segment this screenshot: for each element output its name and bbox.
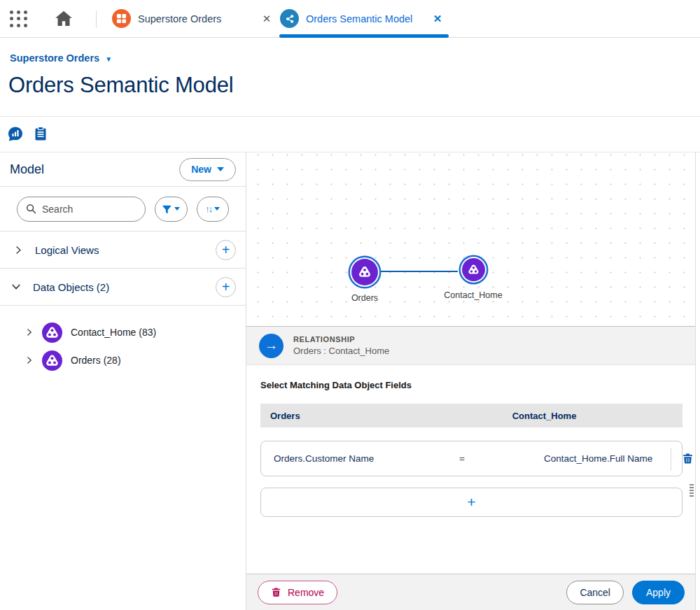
section-logical-views[interactable]: Logical Views + [0, 232, 246, 269]
filter-icon [162, 204, 172, 214]
delete-row-icon[interactable] [678, 451, 696, 469]
add-field-pair-button[interactable]: + [260, 488, 682, 517]
column-header-contact-home: Contact_Home [512, 411, 577, 421]
data-object-icon [462, 258, 485, 281]
close-tab-icon[interactable]: ✕ [427, 0, 448, 37]
trash-icon [271, 587, 281, 597]
divider [0, 116, 700, 117]
chevron-right-icon [25, 328, 34, 336]
app-window: Superstore Orders ✕ Orders Semantic Mode… [0, 0, 700, 610]
chevron-down-icon [214, 207, 220, 211]
semantic-model-icon [280, 9, 299, 28]
section-label: Data Objects (2) [33, 281, 109, 293]
sidebar-title: Model [10, 162, 44, 177]
relationship-body: Select Matching Data Object Fields Order… [246, 365, 696, 517]
apply-button-label: Apply [646, 587, 671, 598]
notes-icon[interactable] [32, 125, 49, 142]
model-canvas[interactable]: Orders Contact_Home [246, 152, 696, 326]
chevron-down-icon: ▼ [105, 54, 112, 63]
chevron-right-icon [25, 356, 34, 364]
new-button-label: New [191, 164, 211, 175]
remove-button-label: Remove [288, 587, 324, 598]
tab-label: Superstore Orders [138, 13, 221, 24]
search-field[interactable] [42, 204, 126, 215]
column-header-orders: Orders [270, 411, 300, 421]
tab-label: Orders Semantic Model [306, 13, 412, 24]
field-table-header: Orders Contact_Home [260, 404, 682, 427]
search-icon [26, 204, 36, 214]
apply-button[interactable]: Apply [632, 581, 685, 604]
add-data-object-button[interactable]: + [216, 277, 236, 297]
relationship-panel: → RELATIONSHIP Orders : Contact_Home Sel… [246, 326, 696, 610]
node-label: Contact_Home [444, 290, 502, 300]
tree-item-contact-home[interactable]: Contact_Home (83) [0, 318, 246, 346]
tab-orders-semantic-model[interactable]: Orders Semantic Model [280, 0, 448, 37]
breadcrumb-label: Superstore Orders [10, 52, 99, 64]
active-tab-indicator [279, 34, 449, 38]
left-field-value[interactable]: Orders.Customer Name [274, 453, 374, 464]
home-icon[interactable] [53, 8, 74, 29]
page-title: Orders Semantic Model [8, 73, 233, 98]
canvas-node-orders[interactable]: Orders [351, 259, 378, 285]
data-object-icon [351, 259, 378, 285]
chevron-down-icon [174, 207, 180, 211]
global-header: Superstore Orders ✕ Orders Semantic Mode… [0, 0, 700, 38]
app-launcher-icon[interactable] [10, 10, 28, 28]
header-divider [96, 10, 97, 28]
new-button[interactable]: New [179, 158, 236, 181]
model-sidebar: Model New ↑↓ [0, 152, 246, 610]
field-match-row: Orders.Customer Name = Contact_Home.Full… [260, 441, 682, 476]
sort-button[interactable]: ↑↓ [197, 197, 229, 222]
relationship-edge[interactable] [381, 271, 458, 272]
canvas-node-contact-home[interactable]: Contact_Home [462, 258, 485, 281]
cancel-button[interactable]: Cancel [566, 581, 624, 604]
breadcrumb[interactable]: Superstore Orders ▼ [10, 52, 112, 64]
plus-icon: + [467, 494, 475, 511]
data-object-icon [42, 350, 62, 371]
chevron-down-icon [217, 167, 224, 171]
relationship-footer: Remove Cancel Apply [246, 574, 696, 610]
divider [671, 448, 671, 471]
relationship-subtitle: Orders : Contact_Home [293, 346, 389, 356]
relationship-kicker: RELATIONSHIP [293, 335, 389, 343]
close-tab-icon[interactable]: ✕ [256, 0, 277, 37]
sort-icon: ↑↓ [205, 204, 211, 214]
chevron-right-icon [14, 246, 23, 255]
tab-superstore-orders[interactable]: Superstore Orders [112, 0, 277, 37]
scrollbar-track[interactable] [695, 152, 700, 610]
cancel-button-label: Cancel [580, 587, 610, 598]
dashboard-icon [112, 9, 131, 28]
tree-item-orders[interactable]: Orders (28) [0, 346, 246, 374]
data-object-icon [42, 322, 62, 343]
node-label: Orders [351, 293, 378, 303]
section-data-objects[interactable]: Data Objects (2) + [0, 269, 246, 306]
right-field-value[interactable]: Contact_Home.Full Name [544, 453, 652, 464]
tree-item-label: Orders (28) [71, 355, 121, 366]
relationship-header: → RELATIONSHIP Orders : Contact_Home [246, 327, 696, 365]
section-label: Logical Views [35, 244, 99, 256]
feed-chart-icon[interactable] [7, 125, 24, 142]
model-toolbar [7, 125, 49, 142]
matching-fields-heading: Select Matching Data Object Fields [260, 380, 682, 390]
equals-operator: = [459, 453, 465, 464]
tree-item-label: Contact_Home (83) [71, 327, 156, 338]
chevron-down-icon [11, 282, 21, 292]
filter-button[interactable] [155, 197, 187, 222]
remove-button[interactable]: Remove [258, 581, 337, 604]
resize-grip[interactable] [690, 484, 694, 497]
add-logical-view-button[interactable]: + [216, 240, 236, 260]
arrow-right-icon: → [259, 334, 284, 358]
search-input[interactable] [17, 197, 146, 222]
